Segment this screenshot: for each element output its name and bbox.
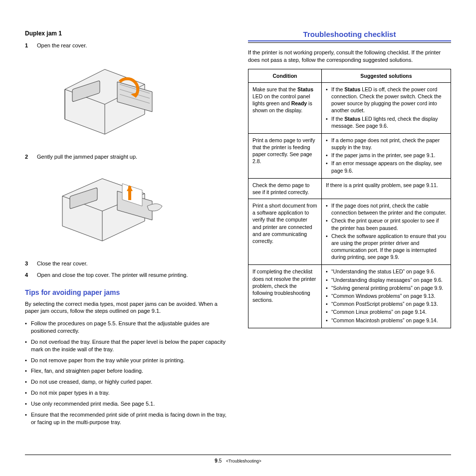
tip-item: Do not mix paper types in a tray. xyxy=(25,389,228,397)
table-row: Make sure that the Status LED on the con… xyxy=(248,82,451,133)
solution-item: “Understanding display messages” on page… xyxy=(326,276,447,283)
solution-item: If the Status LED is off, check the powe… xyxy=(326,86,447,114)
th-solutions: Suggested solutions xyxy=(322,69,451,82)
step-4: 4 Open and close the top cover. The prin… xyxy=(25,271,228,279)
condition-cell: Print a short document from a software a… xyxy=(248,199,322,265)
tip-item: Follow the procedures on page 5.5. Ensur… xyxy=(25,320,228,335)
step-text: Gently pull the jammed paper straight up… xyxy=(37,153,228,161)
th-condition: Condition xyxy=(248,69,322,82)
solution-item: Check the print queue or print spooler t… xyxy=(326,217,447,231)
solution-item: If a demo page does not print, check the… xyxy=(326,137,447,151)
solution-item: If the Status LED lights red, check the … xyxy=(326,115,447,129)
right-column: Troubleshooting checklist If the printer… xyxy=(248,30,451,444)
tips-intro: By selecting the correct media types, mo… xyxy=(25,300,228,315)
solution-item: “Common Windows problems” on page 9.13. xyxy=(326,292,447,299)
solution-cell: If the Status LED is off, check the powe… xyxy=(322,82,451,133)
table-row: If completing the checklist does not res… xyxy=(248,265,451,328)
figure-printer-2 xyxy=(45,166,228,251)
page-number-minor: .5 xyxy=(218,458,222,464)
checklist-heading: Troubleshooting checklist xyxy=(248,30,451,38)
step-number: 2 xyxy=(25,153,31,161)
tip-item: Flex, fan, and straighten paper before l… xyxy=(25,367,228,375)
solution-item: “Understanding the status LED” on page 9… xyxy=(326,268,447,275)
solution-item: If an error message appears on the displ… xyxy=(326,160,447,174)
step-number: 1 xyxy=(25,42,31,49)
solution-item: “Common PostScript problems” on page 9.1… xyxy=(326,300,447,307)
step-1: 1 Open the rear cover. xyxy=(25,42,228,49)
step-text: Open the rear cover. xyxy=(37,42,228,49)
duplex-jam-heading: Duplex jam 1 xyxy=(25,30,228,37)
tips-list: Follow the procedures on page 5.5. Ensur… xyxy=(25,320,228,426)
solution-item: “Common Macintosh problems” on page 9.14… xyxy=(326,317,447,324)
solution-item: “Solving general printing problems” on p… xyxy=(326,284,447,291)
solution-cell: If a demo page does not print, check the… xyxy=(322,133,451,178)
figure-printer-1 xyxy=(45,54,228,144)
tip-item: Do not overload the tray. Ensure that th… xyxy=(25,338,228,353)
left-column: Duplex jam 1 1 Open the rear cover. xyxy=(25,30,228,444)
step-text: Close the rear cover. xyxy=(37,260,228,267)
tip-item: Do not remove paper from the tray while … xyxy=(25,357,228,364)
solution-item: Check the software application to ensure… xyxy=(326,233,447,261)
condition-cell: Make sure that the Status LED on the con… xyxy=(248,82,322,133)
solution-item: If the page does not print, check the ca… xyxy=(326,202,447,216)
step-2: 2 Gently pull the jammed paper straight … xyxy=(25,153,228,161)
solution-cell: If there is a print quality problem, see… xyxy=(322,178,451,199)
checklist-intro: If the printer is not working properly, … xyxy=(248,49,451,64)
tip-item: Ensure that the recommended print side o… xyxy=(25,411,228,426)
solution-item: “Common Linux problems” on page 9.14. xyxy=(326,308,447,315)
step-number: 3 xyxy=(25,260,31,267)
condition-cell: Print a demo page to verify that the pri… xyxy=(248,133,322,178)
solution-cell: If the page does not print, check the ca… xyxy=(322,199,451,265)
table-row: Check the demo page to see if it printed… xyxy=(248,178,451,199)
table-row: Print a demo page to verify that the pri… xyxy=(248,133,451,178)
table-row: Print a short document from a software a… xyxy=(248,199,451,265)
solution-cell: “Understanding the status LED” on page 9… xyxy=(322,265,451,328)
step-number: 4 xyxy=(25,271,31,279)
condition-cell: Check the demo page to see if it printed… xyxy=(248,178,322,199)
tip-item: Do not use creased, damp, or highly curl… xyxy=(25,378,228,386)
solution-item: If the paper jams in the printer, see pa… xyxy=(326,152,447,159)
page-footer: 9.5 <Troubleshooting> xyxy=(25,455,451,464)
heading-rule xyxy=(248,40,451,43)
footer-section: <Troubleshooting> xyxy=(226,459,261,464)
checklist-table: Condition Suggested solutions Make sure … xyxy=(248,69,451,328)
step-text: Open and close the top cover. The printe… xyxy=(37,271,228,279)
tips-heading: Tips for avoiding paper jams xyxy=(25,288,228,296)
tip-item: Use only recommended print media. See pa… xyxy=(25,400,228,408)
condition-cell: If completing the checklist does not res… xyxy=(248,265,322,328)
step-3: 3 Close the rear cover. xyxy=(25,260,228,267)
